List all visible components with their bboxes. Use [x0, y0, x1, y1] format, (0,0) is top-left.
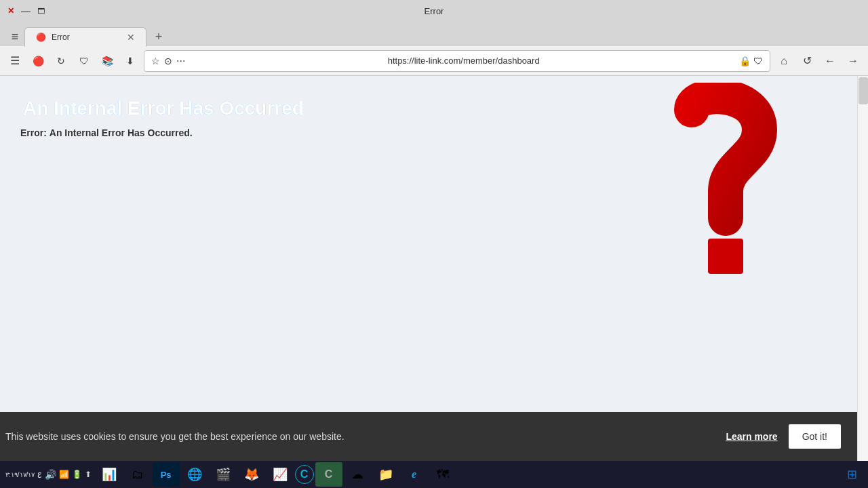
taskbar-item-maps[interactable]: 🗺	[429, 462, 456, 487]
signal-icon[interactable]: 📶	[59, 470, 69, 479]
question-mark-graphic	[651, 89, 800, 293]
nav-icon-3[interactable]: 🛡	[75, 52, 94, 70]
forward-button[interactable]: →	[844, 52, 863, 70]
taskbar-start-button[interactable]: ⊞	[838, 462, 865, 487]
shield-icon: 🛡	[753, 56, 763, 66]
sidebar-toggle-button[interactable]: ☰	[5, 52, 24, 70]
tab-close-button[interactable]: ✕	[127, 32, 135, 43]
taskbar-item-notepad[interactable]: C	[315, 462, 342, 487]
nav-icon-5[interactable]: ⬇	[121, 52, 140, 70]
title-bar: ✕ — 🗖 Error	[0, 0, 868, 22]
taskbar-item-media[interactable]: 🎬	[210, 462, 237, 487]
nav-bar: ☰ 🔴 ↻ 🛡 📚 ⬇ ☆ ⊙ ··· https://lite-link.co…	[0, 46, 868, 76]
battery-icon[interactable]: 🔋	[72, 470, 82, 479]
scrollbar-thumb[interactable]	[859, 77, 868, 104]
tab-bar: ≡ 🔴 Error ✕ +	[0, 22, 868, 46]
nav-icon-2[interactable]: ↻	[52, 52, 71, 70]
taskbar-system-tray-left: ٣:١٩/١٧/١٧ ε 🔊 📶 🔋 ⬆	[3, 469, 94, 480]
taskbar-item-explorer[interactable]: 🗂	[124, 462, 151, 487]
taskbar-item-graph[interactable]: 📈	[267, 462, 294, 487]
taskbar-item-cortana[interactable]: C	[295, 465, 314, 484]
svg-rect-0	[708, 239, 743, 274]
taskbar-item-onedrive[interactable]: ☁	[344, 462, 371, 487]
taskbar-item-files[interactable]: 📊	[96, 462, 123, 487]
tab-favicon: 🔴	[36, 33, 46, 42]
home-button[interactable]: ⌂	[774, 52, 793, 70]
page-area: An Internal Error Has Occurred Error: An…	[0, 76, 868, 461]
question-mark-svg	[651, 83, 800, 300]
error-heading: An Internal Error Has Occurred	[20, 96, 307, 121]
arabic-text: ٣:١٩/١٧/١٧	[5, 471, 35, 479]
hamburger-menu-button[interactable]: ≡	[5, 27, 24, 46]
cookie-banner: This website uses cookies to ensure you …	[0, 412, 857, 461]
taskbar-item-chrome[interactable]: 🌐	[181, 462, 208, 487]
learn-more-link[interactable]: Learn more	[726, 431, 777, 442]
bookmark-star-icon[interactable]: ☆	[151, 56, 160, 66]
window-title: Error	[425, 6, 444, 16]
url-bar[interactable]: ☆ ⊙ ··· https://lite-link.com/member/das…	[144, 50, 770, 72]
maximize-window-button[interactable]: 🗖	[35, 5, 46, 16]
volume-icon[interactable]: 🔊	[45, 469, 56, 480]
taskbar-item-folder[interactable]: 📁	[372, 462, 399, 487]
refresh-button[interactable]: ↺	[797, 52, 816, 70]
tab-title: Error	[52, 33, 70, 42]
lock-icon: 🔒	[739, 56, 751, 66]
taskbar-item-photoshop[interactable]: Ps	[153, 462, 180, 487]
close-window-button[interactable]: ✕	[5, 5, 16, 16]
url-text: https://lite-link.com/member/dashboard	[192, 56, 735, 66]
error-detail: An Internal Error Has Occurred.	[50, 127, 193, 138]
cookie-text: This website uses cookies to ensure you …	[5, 431, 715, 442]
nav-icon-1[interactable]: 🔴	[28, 52, 47, 70]
new-tab-button[interactable]: +	[149, 27, 168, 46]
scrollbar-track	[857, 76, 868, 461]
active-tab[interactable]: 🔴 Error ✕	[24, 27, 146, 47]
epsilon-symbol: ε	[37, 469, 41, 480]
nav-icon-4[interactable]: 📚	[98, 52, 117, 70]
back-button[interactable]: ←	[821, 52, 840, 70]
more-options-icon[interactable]: ···	[176, 55, 185, 67]
pocket-icon[interactable]: ⊙	[164, 56, 172, 66]
taskbar-item-ie[interactable]: e	[401, 462, 428, 487]
notification-icon[interactable]: ⬆	[85, 470, 92, 479]
taskbar: ٣:١٩/١٧/١٧ ε 🔊 📶 🔋 ⬆ 📊 🗂 Ps 🌐 🎬 🦊 📈 C C …	[0, 461, 868, 488]
taskbar-item-firefox[interactable]: 🦊	[238, 462, 265, 487]
got-it-button[interactable]: Got it!	[789, 424, 841, 449]
browser-window: ✕ — 🗖 Error ≡ 🔴 Error ✕ + ☰ 🔴 ↻ 🛡 📚 ⬇ ☆ …	[0, 0, 868, 461]
title-bar-left: ✕ — 🗖	[5, 5, 46, 16]
minimize-window-button[interactable]: —	[20, 5, 31, 16]
error-label: Error:	[20, 127, 47, 138]
